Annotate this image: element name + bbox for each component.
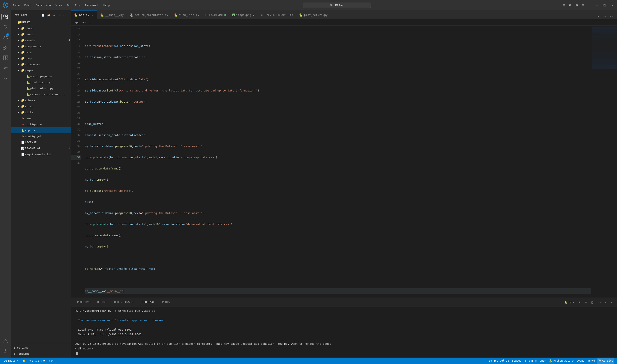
activity-json[interactable]: {} [1, 74, 10, 83]
panel-more-button[interactable]: ··· [596, 299, 602, 305]
new-folder-button[interactable]: 📁 [46, 13, 51, 18]
menu-file[interactable]: File [11, 3, 22, 8]
tab-app-py-close[interactable]: ✕ [91, 13, 94, 17]
activity-settings[interactable] [1, 346, 10, 356]
folder-utils[interactable]: ▶ 📁 utils [11, 109, 71, 115]
activity-source-control[interactable]: 3 [1, 33, 10, 42]
tab-fund-list[interactable]: 🐍 fund_list.py [171, 10, 202, 19]
folder-schema[interactable]: ▶ 📁 schema [11, 97, 71, 103]
tab-init-py[interactable]: 🐍 __init__.py [97, 10, 127, 19]
layout-toggle-4[interactable]: ⊞ [581, 2, 585, 8]
terminal-cursor-line [75, 351, 614, 356]
svg-point-3 [4, 25, 7, 28]
folder-data[interactable]: ▶ 📁 data [11, 49, 71, 55]
new-terminal-button[interactable]: + [577, 299, 582, 305]
panel-tab-ports[interactable]: PORTS [159, 299, 173, 305]
terminal-interpreter[interactable]: py [569, 301, 572, 304]
tab-return-calc[interactable]: 🐍 return_calculator.py [127, 10, 171, 19]
tab-preview-readme[interactable]: 👁 Preview README.md [257, 10, 296, 19]
svg-rect-0 [4, 15, 5, 17]
minimize-button[interactable]: ─ [594, 2, 599, 8]
file-config[interactable]: ▶ ⚙ config.yml [11, 133, 71, 139]
activity-run-debug[interactable] [1, 43, 10, 52]
activity-search[interactable] [1, 22, 10, 32]
activity-explorer[interactable] [1, 12, 10, 21]
file-return-calc[interactable]: ▶ 🐍 return_calculator.... [11, 91, 71, 97]
collapse-all-button[interactable]: ⊟ [57, 13, 62, 18]
code-lines[interactable]: if "authenticated" not in st.session_sta… [83, 26, 591, 298]
layout-toggle-2[interactable]: ⊞ [568, 2, 572, 8]
tab-app-py[interactable]: 🐍 app.py ✕ [71, 10, 97, 19]
folder-assets[interactable]: ▶ 📁 assets [11, 37, 71, 43]
status-eol[interactable]: CRLF [538, 358, 547, 364]
panel-tab-debug[interactable]: DEBUG CONSOLE [111, 299, 138, 305]
file-requirements[interactable]: ▶ 📄 requirements.txt [11, 151, 71, 157]
folder-notebooks[interactable]: ▶ 📁 notebooks [11, 61, 71, 67]
status-git-branch[interactable]: ⎇ master* [2, 358, 20, 364]
file-app-py[interactable]: ▶ 🐍 app.py [11, 127, 71, 133]
tab-image-png[interactable]: 🖼 image.png U [229, 10, 257, 19]
split-terminal-button[interactable]: ⊟ [583, 299, 589, 305]
folder-components[interactable]: ▶ 📁 components [11, 43, 71, 49]
restore-button[interactable]: ⧉ [602, 2, 607, 8]
folder-pages[interactable]: ▾ 📁 pages [11, 67, 71, 73]
menu-edit[interactable]: Edit [22, 3, 33, 8]
status-go-live[interactable]: 📡 Go Live [597, 358, 615, 364]
global-search[interactable]: 🔍 MFTax [302, 2, 371, 8]
split-editor-button[interactable]: ⊟ [603, 13, 608, 19]
status-language[interactable]: 🐍 Python 3.12.0 (.venv: venv) [548, 358, 596, 364]
menu-terminal[interactable]: Terminal [83, 3, 101, 8]
menu-selection[interactable]: Selection [34, 3, 53, 8]
panel-tab-problems[interactable]: PROBLEMS [74, 299, 93, 305]
refresh-button[interactable]: ↺ [52, 13, 57, 18]
run-button[interactable]: ▶ [596, 13, 602, 19]
file-fund-list[interactable]: ▶ 🐍 fund_list.py [11, 79, 71, 85]
activity-api[interactable]: API [1, 64, 10, 73]
menu-run[interactable]: Run [73, 3, 82, 8]
status-cursor-position[interactable]: Ln 36, Col 28 [487, 358, 510, 364]
folder-scrap[interactable]: ▶ 📁 scrap [11, 103, 71, 109]
error-icon: ⊘ [30, 359, 31, 362]
tab-plot-return[interactable]: 🐍 plot_return.py [296, 10, 331, 19]
status-spaces[interactable]: Spaces: 4 [511, 358, 527, 364]
spaces-text: Spaces: 4 [512, 359, 526, 362]
terminal[interactable]: PS D:\vscode\MFTax> py -m streamlit run … [71, 307, 617, 358]
menu-view[interactable]: View [53, 3, 64, 8]
kill-terminal-button[interactable]: 🗑 [590, 299, 595, 305]
status-errors[interactable]: ⊘ 0 △ 0 ⊗ 0 [28, 358, 46, 364]
close-button[interactable]: ✕ [610, 2, 615, 8]
folder-temp[interactable]: ▶ 📁 _temp [11, 25, 71, 31]
root-folder[interactable]: ▾ 📁 MFTAX [11, 19, 71, 25]
menu-help[interactable]: Help [101, 3, 112, 8]
file-plot-return[interactable]: ▶ 🐍 plot_return.py [11, 85, 71, 91]
file-readme[interactable]: ▶ 📝 README.md M [11, 145, 71, 151]
folder-schema-icon: 📁 [21, 98, 25, 103]
status-encoding[interactable]: UTF-8 [528, 358, 538, 364]
tab-readme[interactable]: ℹ README.md M [202, 10, 229, 19]
status-ports[interactable]: ⊕ 0 [47, 358, 54, 364]
layout-toggle-3[interactable]: ⊡ [575, 2, 579, 8]
panel-close-button[interactable]: ✕ [609, 299, 615, 305]
activity-extensions[interactable] [1, 53, 10, 63]
folder-dump[interactable]: ▶ 📁 dump [11, 55, 71, 61]
panel-maximize-button[interactable]: ∧ [603, 299, 608, 305]
code-line-17: st.sidebar.markdown("### Update Data") [85, 77, 591, 82]
terminal-interpreter-chevron[interactable]: ∨ [573, 301, 574, 304]
status-sync[interactable]: 🔔 [21, 358, 27, 364]
new-file-button[interactable]: 📄 [41, 13, 45, 18]
outline-section[interactable]: ▶ OUTLINE [11, 345, 71, 351]
activity-accounts[interactable] [1, 336, 10, 346]
folder-venv[interactable]: ▶ 📁 .venv [11, 31, 71, 37]
layout-toggle-1[interactable]: ⊟ [562, 2, 566, 8]
menu-go[interactable]: Go [65, 3, 72, 8]
timeline-section[interactable]: ▶ TIMELINE [11, 351, 71, 357]
panel-tab-output[interactable]: OUTPUT [94, 299, 110, 305]
file-gitignore[interactable]: ▶ ⊘ .gitignore [11, 121, 71, 127]
file-license[interactable]: ▶ 📄 LICENSE [11, 139, 71, 145]
sidebar-more[interactable]: ··· [63, 13, 68, 18]
panel-tab-terminal[interactable]: TERMINAL [139, 299, 158, 305]
more-tabs-button[interactable]: ··· [609, 13, 615, 19]
svg-rect-2 [6, 16, 8, 19]
file-admin-page[interactable]: ▶ 🐍 admin_page.py [11, 73, 71, 79]
file-env[interactable]: ▶ ⚙ .env [11, 115, 71, 121]
